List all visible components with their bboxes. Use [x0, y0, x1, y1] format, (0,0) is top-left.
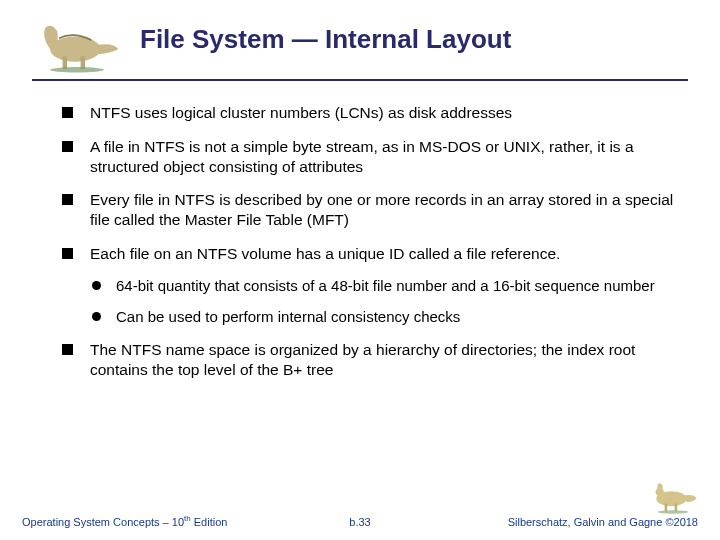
svg-rect-8: [675, 504, 678, 512]
svg-point-9: [658, 510, 688, 513]
bullet-text: The NTFS name space is organized by a hi…: [90, 341, 635, 378]
bullet-item: A file in NTFS is not a simple byte stre…: [62, 137, 678, 177]
slide-content: NTFS uses logical cluster numbers (LCNs)…: [32, 103, 688, 380]
bullet-item: NTFS uses logical cluster numbers (LCNs)…: [62, 103, 678, 123]
svg-rect-2: [63, 56, 68, 69]
sub-bullet-item: 64-bit quantity that consists of a 48-bi…: [90, 276, 678, 295]
dinosaur-small-icon: [648, 480, 698, 514]
sub-bullet-text: Can be used to perform internal consiste…: [116, 308, 460, 325]
slide-footer: Operating System Concepts – 10th Edition…: [0, 480, 720, 528]
svg-rect-3: [81, 56, 86, 69]
sub-bullet-list: 64-bit quantity that consists of a 48-bi…: [90, 276, 678, 326]
sub-bullet-item: Can be used to perform internal consiste…: [90, 307, 678, 326]
bullet-list: NTFS uses logical cluster numbers (LCNs)…: [62, 103, 678, 380]
svg-point-1: [45, 26, 56, 37]
footer-copyright: Silberschatz, Galvin and Gagne ©2018: [508, 516, 698, 528]
bullet-text: Each file on an NTFS volume has a unique…: [90, 245, 560, 262]
footer-book-suffix: Edition: [191, 516, 228, 528]
sub-bullet-text: 64-bit quantity that consists of a 48-bi…: [116, 277, 655, 294]
footer-left: Operating System Concepts – 10th Edition: [22, 514, 227, 528]
slide-header: File System — Internal Layout: [32, 18, 688, 73]
svg-rect-7: [665, 504, 668, 512]
svg-point-0: [50, 37, 100, 62]
title-rule: [32, 79, 688, 81]
footer-right: Silberschatz, Galvin and Gagne ©2018: [508, 480, 698, 528]
bullet-text: Every file in NTFS is described by one o…: [90, 191, 673, 228]
dinosaur-icon: [32, 18, 122, 73]
bullet-item: The NTFS name space is organized by a hi…: [62, 340, 678, 380]
slide: File System — Internal Layout NTFS uses …: [0, 0, 720, 540]
footer-book-prefix: Operating System Concepts – 10: [22, 516, 184, 528]
bullet-text: A file in NTFS is not a simple byte stre…: [90, 138, 634, 175]
bullet-item: Every file in NTFS is described by one o…: [62, 190, 678, 230]
bullet-item: Each file on an NTFS volume has a unique…: [62, 244, 678, 326]
footer-page-number: b.33: [349, 516, 370, 528]
svg-point-4: [50, 67, 104, 72]
footer-book-sup: th: [184, 514, 191, 523]
bullet-text: NTFS uses logical cluster numbers (LCNs)…: [90, 104, 512, 121]
slide-title: File System — Internal Layout: [140, 18, 511, 55]
